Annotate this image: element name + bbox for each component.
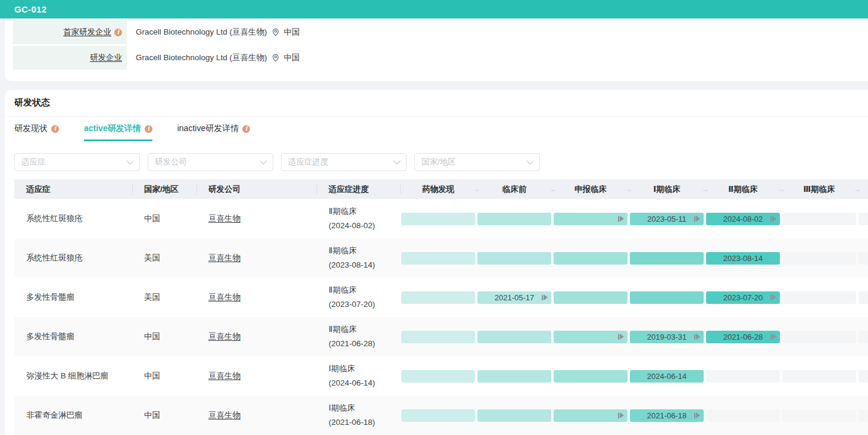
page-title: GC-012	[14, 4, 46, 14]
company-link[interactable]: 亘喜生物	[208, 214, 241, 223]
phase-cell: 2021-06-28	[705, 331, 781, 343]
phase-cell	[476, 213, 552, 225]
phase-bar	[858, 291, 868, 304]
phase-cell	[781, 370, 857, 383]
progress-date-text: (2024-06-14)	[329, 376, 400, 390]
info-icon[interactable]: i	[51, 125, 59, 133]
info-icon[interactable]: i	[242, 125, 250, 133]
phase-header-label: 申报临床	[574, 184, 607, 195]
trial-marker-icon[interactable]	[542, 294, 548, 300]
chevron-down-icon	[126, 157, 134, 164]
table-row: 多发性骨髓瘤美国亘喜生物Ⅱ期临床(2023-07-20)2021-05-1720…	[14, 278, 868, 317]
phase-bar-dated: 2024-06-14	[630, 370, 704, 383]
trial-marker-icon[interactable]	[694, 216, 700, 222]
trial-marker-icon[interactable]	[694, 334, 700, 340]
phase-cell	[552, 409, 629, 422]
trial-marker-icon[interactable]	[770, 216, 776, 222]
info-icon[interactable]: i	[114, 29, 122, 36]
indication-cell: 弥漫性大 B 细胞淋巴瘤	[14, 371, 132, 381]
filter-bar: 适应症 研发公司 适应症进度 国家/地区	[5, 141, 868, 179]
header-country: 国家/地区	[132, 179, 196, 199]
country-cell: 中国	[132, 371, 196, 381]
tab-active-rd-details[interactable]: active研发详情 i	[84, 123, 152, 141]
phase-cell	[476, 252, 552, 265]
phase-date: 2021-06-28	[723, 333, 763, 341]
filter-country[interactable]: 国家/地区	[414, 153, 540, 171]
phase-bar	[401, 213, 475, 225]
company-cell: 亘喜生物	[196, 410, 317, 421]
trial-marker-icon[interactable]	[694, 412, 700, 418]
trial-marker-icon[interactable]	[618, 334, 624, 340]
filter-indication[interactable]: 适应症	[14, 153, 140, 171]
phase-cell: 2019-03-31	[629, 331, 705, 343]
trial-marker-icon[interactable]	[618, 216, 624, 222]
info-row-first-developer: 首家研发企业 i Gracell Biotechnology Ltd (亘喜生物…	[13, 20, 868, 44]
tab-label: active研发详情	[84, 123, 141, 134]
table-row: 弥漫性大 B 细胞淋巴瘤中国亘喜生物Ⅰ期临床(2024-06-14)2024-0…	[14, 356, 868, 396]
header-phase-preclinical: 临床前→	[476, 179, 552, 199]
country-cell: 中国	[132, 213, 196, 224]
trial-marker-icon[interactable]	[770, 294, 776, 300]
phase-bar	[706, 409, 780, 422]
filter-placeholder: 研发公司	[155, 157, 187, 167]
info-row-developer: 研发企业 Gracell Biotechnology Ltd (亘喜生物) 中国	[13, 46, 868, 70]
tab-inactive-rd-details[interactable]: inactive研发详情 i	[177, 123, 250, 141]
table-body: 系统性红斑狼疮中国亘喜生物Ⅱ期临床(2024-08-02)2023-05-112…	[14, 199, 868, 435]
company-cell: 亘喜生物	[196, 331, 317, 342]
phase-bar-dated: 2023-07-20	[706, 291, 780, 304]
indication-cell: 多发性骨髓瘤	[14, 331, 132, 342]
progress-phase-text: Ⅰ期临床	[329, 401, 400, 415]
location-pin-icon	[271, 28, 280, 36]
phase-bar	[477, 370, 551, 383]
phase-bar	[630, 291, 704, 304]
header-phase-next-clipped	[857, 179, 868, 199]
progress-date-text: (2023-07-20)	[329, 297, 400, 312]
phase-cell	[476, 331, 552, 343]
indication-cell: 系统性红斑狼疮	[14, 253, 132, 263]
phase-header-label: 药物发现	[422, 184, 454, 195]
phase-cell: 2023-07-20	[705, 291, 781, 304]
phase-cell	[857, 252, 868, 265]
phase-cell: 2023-08-14	[705, 252, 781, 265]
phase-date: 2024-06-14	[647, 372, 687, 381]
trial-marker-icon[interactable]	[770, 334, 776, 340]
indication-cell: 非霍奇金淋巴瘤	[14, 410, 132, 421]
pipeline-table: 适应症 国家/地区 研发公司 适应症进度 药物发现→ 临床前→ 申报临床→ Ⅰ期…	[14, 179, 868, 435]
phase-bar-dated: 2021-06-28	[706, 331, 780, 343]
company-link[interactable]: 亘喜生物	[208, 253, 241, 262]
company-cell: 亘喜生物	[196, 371, 317, 381]
company-link[interactable]: 亘喜生物	[208, 371, 241, 380]
filter-indication-progress[interactable]: 适应症进度	[281, 153, 407, 171]
phase-bar	[782, 370, 856, 383]
phase-date: 2023-08-14	[723, 254, 763, 263]
company-link[interactable]: 亘喜生物	[208, 293, 241, 302]
info-icon[interactable]: i	[145, 125, 152, 133]
company-name-text: Gracell Biotechnology Ltd (亘喜生物)	[136, 27, 267, 38]
phase-bar	[401, 252, 475, 265]
header-phase-1: Ⅰ期临床→	[629, 179, 705, 199]
phase-track: 2024-06-14	[400, 370, 868, 383]
phase-bar	[554, 213, 627, 225]
progress-date-text: (2023-08-14)	[329, 258, 400, 272]
company-link[interactable]: 亘喜生物	[208, 411, 241, 420]
filter-company[interactable]: 研发公司	[148, 153, 273, 171]
country-text: 中国	[284, 27, 300, 38]
country-text: 中国	[284, 52, 300, 63]
phase-cell	[781, 213, 857, 225]
phase-date: 2021-05-17	[495, 293, 535, 302]
section-title: 研发状态	[5, 97, 868, 117]
phase-cell	[705, 409, 781, 422]
phase-bar	[554, 291, 627, 304]
phase-bar	[477, 252, 551, 265]
phase-cell	[552, 213, 629, 225]
trial-marker-icon[interactable]	[618, 412, 624, 418]
phase-bar-dated: 2019-03-31	[630, 331, 704, 343]
phase-bar	[477, 331, 551, 343]
phase-bar	[554, 252, 627, 265]
phase-bar	[401, 409, 475, 422]
phase-bar	[401, 291, 475, 304]
company-link[interactable]: 亘喜生物	[208, 332, 241, 341]
phase-cell	[552, 331, 629, 343]
tab-rd-overview[interactable]: 研发现状 i	[14, 123, 59, 141]
company-cell: 亘喜生物	[196, 213, 317, 224]
